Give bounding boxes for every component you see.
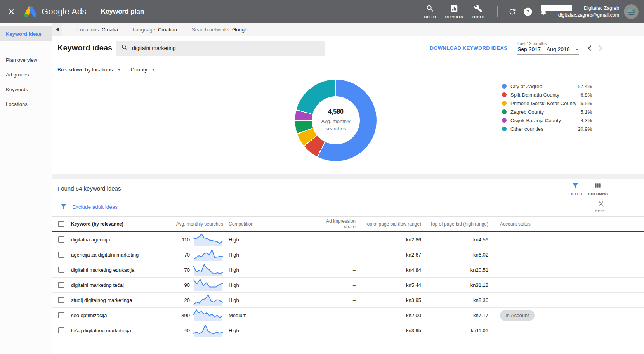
previous-period-button[interactable] [585,43,595,53]
setting-label: Language: [133,27,156,33]
legend-label: Other counties [510,126,543,132]
ad-impression-share-cell: – [316,328,356,333]
row-checkbox[interactable] [58,236,64,243]
legend-dot [502,109,507,114]
competition-cell: High [227,328,316,333]
product-name: Google Ads [42,7,87,17]
search-icon [426,4,434,14]
triangle-left-icon [56,28,59,31]
sidebar-item-locations[interactable]: Locations [0,97,52,111]
keyword-cell: studij digitalnog marketinga [71,297,173,303]
low-bid-cell: kn2.86 [356,237,421,243]
sparkline-chart [193,279,223,291]
header-avg-searches: Avg. monthly searches [173,221,227,227]
sparkline-chart [193,294,223,306]
table-row: digitalni marketing tečaj90High–kn5.44kn… [52,278,644,293]
legend-label: City of Zagreb [510,83,542,89]
legend-dot [502,92,507,97]
sidebar-nav: Keyword ideasPlan overviewAd groupsKeywo… [0,23,52,354]
row-checkbox[interactable] [58,297,64,303]
breakdown-by-dropdown[interactable]: Breakdown by locations [57,67,122,76]
setting-language[interactable]: Language: Croatian [133,27,177,33]
legend-label: Osijek-Baranja County [510,118,561,123]
tools-button[interactable]: TOOLS [466,4,490,19]
plan-settings-bar: Locations: Croatia Language: Croatian Se… [52,23,644,36]
keyword-cell: tečaj digitalnog marketinga [71,328,173,333]
refresh-icon[interactable] [505,4,520,19]
account-email: digitalac.zagreb@gmail.com [558,12,619,19]
filter-label: FILTER [569,192,582,196]
header-account-status: Account status [488,221,644,227]
filter-button[interactable]: FILTER [564,182,587,196]
reset-label: RESET [595,209,607,213]
top-app-bar: Google Ads Keyword plan GO TO REPORTS TO… [0,0,644,23]
date-range-dropdown[interactable]: Last 12 months Sep 2017 – Aug 2018 [517,41,579,55]
low-bid-cell: kn5.44 [356,282,421,288]
avatar[interactable] [624,4,639,19]
download-keyword-ideas-button[interactable]: DOWNLOAD KEYWORD IDEAS [430,45,507,51]
sidebar-item-ad-groups[interactable]: Ad groups [0,67,52,82]
keyword-ideas-header: Keyword ideas DOWNLOAD KEYWORD IDEAS Las… [52,36,644,60]
legend-item: Zagreb County5.1% [502,108,592,116]
sidebar-divider [6,47,45,47]
close-icon[interactable] [6,7,16,17]
keyword-cell: seo optimizacija [71,312,173,318]
search-input[interactable] [132,45,314,51]
row-checkbox[interactable] [58,252,64,258]
row-checkbox[interactable] [58,312,64,318]
legend-label: Split-Dalmatia County [510,92,559,98]
high-bid-cell: kn7.17 [421,312,488,318]
next-period-button[interactable] [595,43,605,53]
collapse-panel-button[interactable] [52,23,62,36]
breakdown-value-dropdown[interactable]: County [131,67,157,76]
account-info[interactable]: Digitalac Zagreb digitalac.zagreb@gmail.… [558,5,619,19]
reset-button[interactable]: RESET [595,200,607,213]
sparkline-chart [193,248,223,261]
columns-icon [594,182,602,191]
ad-impression-share-cell: – [316,252,356,258]
row-checkbox[interactable] [58,327,64,333]
keyword-cell: digitalna agencija [71,237,173,243]
exclude-adult-ideas-chip[interactable]: Exclude adult ideas [72,204,118,210]
competition-cell: High [227,297,316,303]
row-checkbox[interactable] [58,282,64,288]
header-ad-impression-share: Ad impression share [316,219,356,229]
competition-cell: High [227,252,316,258]
legend-percent: 6.8% [580,92,592,98]
chevron-down-icon [152,69,155,71]
setting-search-networks[interactable]: Search networks: Google [192,27,248,33]
legend-item: Osijek-Baranja County4.3% [502,116,592,125]
columns-button[interactable]: COLUMNS [587,182,609,196]
competition-cell: High [227,267,316,273]
filter-funnel-icon [571,182,579,191]
help-icon[interactable]: ? [520,4,536,19]
competition-cell: High [227,237,316,243]
setting-locations[interactable]: Locations: Croatia [77,27,118,33]
google-ads-logo[interactable] [23,5,38,18]
low-bid-cell: kn2.00 [356,312,421,318]
results-header: Found 64 keyword ideas FILTER COLUMNS [52,179,644,198]
sidebar-item-keyword-ideas[interactable]: Keyword ideas [0,26,52,41]
row-checkbox[interactable] [58,267,64,273]
go-to-button[interactable]: GO TO [418,4,442,19]
select-all-checkbox[interactable] [58,221,64,227]
redaction-box [541,5,572,11]
date-range-preset: Last 12 months [517,41,579,46]
avg-searches-cell: 390 [173,309,227,321]
reports-label: REPORTS [445,15,463,19]
close-icon [597,200,605,208]
sidebar-item-plan-overview[interactable]: Plan overview [0,52,52,67]
avg-searches-cell: 90 [173,279,227,291]
ad-impression-share-cell: – [316,297,356,303]
columns-label: COLUMNS [588,192,608,196]
legend-percent: 5.5% [580,101,592,106]
avg-searches-cell: 110 [173,233,227,246]
table-row: digitalna agencija110High–kn2.86kn4.56 [52,232,644,247]
reports-button[interactable]: REPORTS [442,4,466,19]
account-status-cell: In Account [488,312,644,318]
donut-chart [295,80,377,161]
keyword-search-box[interactable] [116,41,325,56]
table-row: studij digitalnog marketinga20High–kn3.9… [52,293,644,308]
svg-text:?: ? [526,9,529,15]
sidebar-item-keywords[interactable]: Keywords [0,82,52,97]
